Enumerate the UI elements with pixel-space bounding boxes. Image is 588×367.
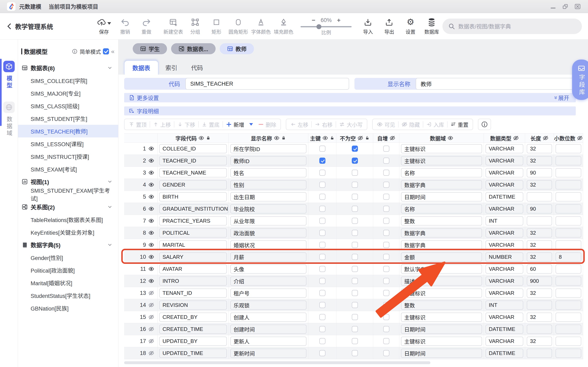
tree-item-10[interactable]: SMIS_STUDENT_EXAM[学生考试] [18, 188, 118, 201]
auto-increment-checkbox[interactable] [383, 218, 389, 224]
display-name-field-input[interactable]: 教师 [416, 78, 576, 90]
data-type-input[interactable]: INT [485, 216, 523, 225]
data-domain-input[interactable]: 主键标识 [401, 289, 482, 298]
zoom-in-button[interactable]: + [337, 17, 341, 24]
field-code-input[interactable]: COLLEGE_ID [159, 144, 227, 153]
add-dropdown-icon[interactable] [249, 123, 253, 125]
data-type-input[interactable]: VARCHAR [485, 156, 523, 165]
not-null-checkbox[interactable] [352, 290, 358, 296]
decimal-input[interactable] [555, 300, 581, 310]
close-icon[interactable] [574, 3, 581, 10]
data-domain-input[interactable]: 主键标识 [401, 337, 482, 346]
primary-key-checkbox[interactable] [319, 170, 325, 176]
subtab-1[interactable]: 索引 [158, 60, 184, 75]
隐藏-button[interactable]: 隐藏 [398, 121, 423, 128]
tree-item-15[interactable]: Gender[性别] [18, 251, 118, 264]
decimal-input[interactable] [555, 240, 581, 250]
decimal-input[interactable] [555, 156, 581, 165]
display-name-input[interactable]: 乐观锁 [230, 300, 306, 310]
auto-increment-checkbox[interactable] [383, 314, 389, 320]
code-field-input[interactable]: SIMS_TEACHER [185, 78, 349, 90]
tree-item-18[interactable]: StudentStatus[学生状态] [18, 289, 118, 302]
eye-icon[interactable] [448, 135, 453, 141]
lock-icon[interactable] [281, 136, 286, 141]
可见-button[interactable]: 可见 [374, 121, 398, 128]
auto-increment-checkbox[interactable] [383, 182, 389, 188]
length-input[interactable]: 32 [527, 144, 552, 153]
data-domain-input[interactable]: 默认字串 [401, 264, 482, 274]
not-null-checkbox[interactable] [352, 326, 358, 332]
tree-item-6[interactable]: SIMS_LESSON[课程] [18, 137, 118, 150]
database-button[interactable]: 数据库 [424, 17, 439, 35]
length-input[interactable]: 32 [527, 240, 552, 250]
display-name-input[interactable]: 教师ID [230, 156, 306, 165]
back-icon[interactable] [6, 22, 12, 30]
primary-key-checkbox[interactable] [319, 206, 325, 212]
decimal-input[interactable] [555, 228, 581, 238]
more-settings-bar[interactable]: 更多设置 « 展开 [124, 93, 576, 102]
primary-key-checkbox[interactable] [319, 326, 325, 332]
doc-tab-0[interactable]: 学生 [133, 43, 167, 54]
field-code-input[interactable]: POLITICAL [159, 228, 227, 238]
下移-button[interactable]: 下移 [174, 121, 198, 128]
tree-item-16[interactable]: Political[政治面貌] [18, 264, 118, 276]
左移-button[interactable]: 左移 [287, 121, 311, 128]
auto-increment-checkbox[interactable] [383, 290, 389, 296]
eye-icon[interactable] [322, 135, 328, 141]
data-type-input[interactable]: VARCHAR [485, 228, 523, 238]
length-input[interactable]: 32 [527, 252, 552, 262]
field-code-input[interactable]: CREATED_BY [159, 313, 227, 322]
tree-group-14[interactable]: 数据字典(5) [18, 239, 118, 251]
field-code-input[interactable]: MARITAL [159, 240, 227, 250]
auto-increment-checkbox[interactable] [383, 230, 389, 236]
search-input[interactable]: 数据表/视图/数据字典 [442, 18, 582, 34]
auto-increment-checkbox[interactable] [383, 242, 389, 248]
length-input[interactable] [527, 192, 552, 201]
eye-icon[interactable] [148, 170, 154, 175]
not-null-checkbox[interactable] [352, 158, 358, 164]
decimal-input[interactable] [555, 180, 581, 189]
not-null-checkbox[interactable] [352, 314, 358, 320]
info-button[interactable] [478, 119, 491, 130]
chevron-down-icon[interactable] [107, 242, 112, 248]
primary-key-checkbox[interactable] [319, 266, 325, 272]
data-domain-input[interactable]: 名称 [401, 204, 482, 213]
data-domain-input[interactable]: 数据字典 [401, 228, 482, 238]
data-type-input[interactable]: NUMBER [485, 252, 523, 262]
data-domain-input[interactable]: 主键标识 [401, 156, 482, 165]
display-name-input[interactable]: 姓名 [230, 168, 306, 177]
auto-increment-checkbox[interactable] [383, 302, 389, 308]
length-input[interactable]: 90 [527, 204, 552, 213]
length-input[interactable]: 32 [527, 180, 552, 189]
unlock-icon[interactable] [365, 136, 370, 141]
horizontal-scrollbar[interactable] [124, 361, 430, 364]
display-name-input[interactable]: 介绍 [230, 276, 306, 286]
tree-group-11[interactable]: 关系图(2) [18, 201, 118, 213]
auto-increment-checkbox[interactable] [383, 206, 389, 212]
eye-off-icon[interactable] [148, 338, 154, 344]
save-button[interactable]: 保存 [96, 17, 111, 35]
tree-item-4[interactable]: SIMS_STUDENT[学生] [18, 112, 118, 125]
zoom-slider[interactable] [301, 26, 352, 27]
auto-increment-checkbox[interactable] [383, 146, 389, 152]
field-code-input[interactable]: UPDATED_TIME [159, 349, 227, 358]
data-domain-input[interactable]: 金额 [401, 252, 482, 262]
auto-increment-checkbox[interactable] [383, 194, 389, 200]
import-button[interactable]: 导入 [361, 17, 375, 35]
data-domain-input[interactable]: 名称 [401, 168, 482, 177]
group-button[interactable]: 分组 [188, 17, 203, 35]
tree-item-5[interactable]: SIMS_TEACHER[教师] [18, 125, 118, 137]
undo-button[interactable]: 撤销 [118, 17, 132, 35]
decimal-input[interactable] [555, 168, 581, 177]
export-button[interactable]: 导出 [382, 17, 397, 35]
unlock-icon[interactable] [330, 136, 335, 141]
not-null-checkbox[interactable] [352, 146, 358, 152]
primary-key-checkbox[interactable] [319, 242, 325, 248]
primary-key-checkbox[interactable] [319, 158, 325, 164]
data-domain-input[interactable]: 主键标识 [401, 313, 482, 322]
primary-key-checkbox[interactable] [319, 182, 325, 188]
tree-item-1[interactable]: SIMS_COLLEGE[学院] [18, 74, 118, 87]
primary-key-checkbox[interactable] [319, 230, 325, 236]
not-null-checkbox[interactable] [352, 278, 358, 284]
data-type-input[interactable]: VARCHAR [485, 276, 523, 286]
